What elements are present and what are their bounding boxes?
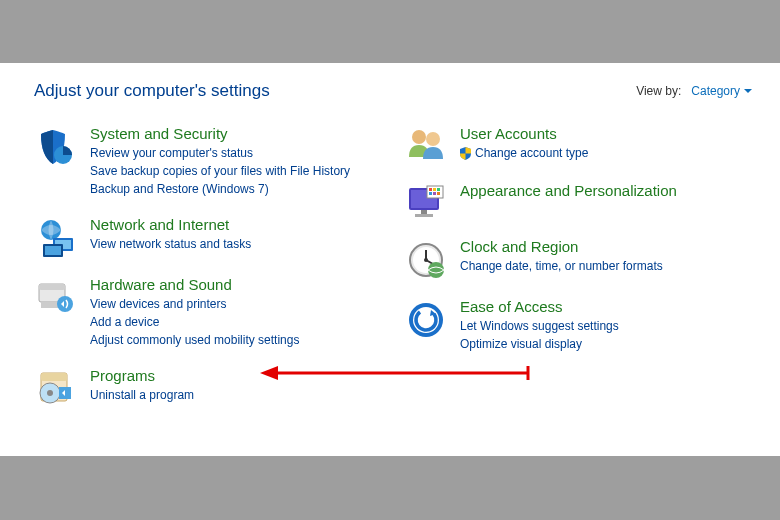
- svg-point-15: [412, 130, 426, 144]
- view-by-control: View by: Category: [636, 84, 752, 98]
- svg-rect-5: [45, 246, 61, 255]
- header-row: Adjust your computer's settings View by:…: [34, 81, 752, 101]
- category-network-internet: Network and Internet View network status…: [34, 216, 382, 258]
- programs-icon: [34, 367, 78, 407]
- category-user-accounts: User Accounts Change account type: [404, 125, 752, 164]
- system-security-icon: [34, 125, 78, 198]
- ease-of-access-icon: [404, 298, 448, 353]
- category-columns: System and Security Review your computer…: [34, 125, 752, 425]
- category-link-appearance-personalization[interactable]: Appearance and Personalization: [460, 182, 752, 199]
- svg-rect-25: [429, 192, 432, 195]
- category-link-hardware-sound[interactable]: Hardware and Sound: [90, 276, 382, 293]
- sublink[interactable]: Adjust commonly used mobility settings: [90, 331, 382, 349]
- sublink[interactable]: Save backup copies of your files with Fi…: [90, 162, 382, 180]
- left-column: System and Security Review your computer…: [34, 125, 382, 425]
- control-panel-window: Adjust your computer's settings View by:…: [0, 63, 780, 456]
- sublink[interactable]: View devices and printers: [90, 295, 382, 313]
- uac-shield-icon: [460, 147, 471, 160]
- svg-rect-26: [433, 192, 436, 195]
- svg-rect-22: [429, 188, 432, 191]
- view-by-value: Category: [691, 84, 740, 98]
- category-clock-region: Clock and Region Change date, time, or n…: [404, 238, 752, 280]
- right-column: User Accounts Change account type: [404, 125, 752, 425]
- category-hardware-sound: Hardware and Sound View devices and prin…: [34, 276, 382, 349]
- category-system-security: System and Security Review your computer…: [34, 125, 382, 198]
- sublink[interactable]: Uninstall a program: [90, 386, 382, 404]
- svg-rect-24: [437, 188, 440, 191]
- category-link-network-internet[interactable]: Network and Internet: [90, 216, 382, 233]
- svg-rect-7: [39, 284, 65, 290]
- sublink[interactable]: Backup and Restore (Windows 7): [90, 180, 382, 198]
- svg-rect-11: [41, 373, 67, 381]
- page-title: Adjust your computer's settings: [34, 81, 270, 101]
- svg-rect-20: [415, 214, 433, 217]
- clock-region-icon: [404, 238, 448, 280]
- svg-point-9: [57, 296, 73, 312]
- sublink[interactable]: Review your computer's status: [90, 144, 382, 162]
- category-link-clock-region[interactable]: Clock and Region: [460, 238, 752, 255]
- svg-rect-27: [437, 192, 440, 195]
- svg-rect-23: [433, 188, 436, 191]
- view-by-dropdown[interactable]: Category: [691, 84, 752, 98]
- network-internet-icon: [34, 216, 78, 258]
- svg-point-16: [426, 132, 440, 146]
- sublink[interactable]: Let Windows suggest settings: [460, 317, 752, 335]
- category-link-system-security[interactable]: System and Security: [90, 125, 382, 142]
- appearance-personalization-icon: [404, 182, 448, 220]
- user-accounts-icon: [404, 125, 448, 164]
- sublink[interactable]: Change date, time, or number formats: [460, 257, 752, 275]
- sublink[interactable]: View network status and tasks: [90, 235, 382, 253]
- category-link-ease-of-access[interactable]: Ease of Access: [460, 298, 752, 315]
- category-appearance-personalization: Appearance and Personalization: [404, 182, 752, 220]
- sublink[interactable]: Optimize visual display: [460, 335, 752, 353]
- category-link-user-accounts[interactable]: User Accounts: [460, 125, 752, 142]
- sublink[interactable]: Change account type: [460, 144, 588, 162]
- hardware-sound-icon: [34, 276, 78, 349]
- svg-rect-19: [421, 210, 427, 214]
- view-by-label: View by:: [636, 84, 681, 98]
- svg-point-32: [424, 258, 428, 262]
- svg-point-13: [47, 390, 53, 396]
- category-link-programs[interactable]: Programs: [90, 367, 382, 384]
- svg-point-33: [428, 262, 444, 278]
- chevron-down-icon: [744, 89, 752, 94]
- sublink[interactable]: Add a device: [90, 313, 382, 331]
- category-programs: Programs Uninstall a program: [34, 367, 382, 407]
- category-ease-of-access: Ease of Access Let Windows suggest setti…: [404, 298, 752, 353]
